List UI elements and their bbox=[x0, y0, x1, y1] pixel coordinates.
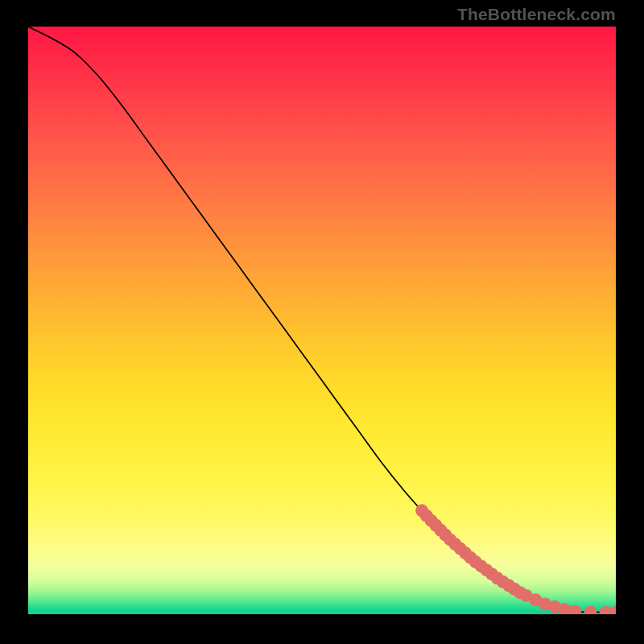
plot-area bbox=[28, 27, 616, 614]
highlight-dots bbox=[415, 504, 616, 614]
highlight-dot bbox=[584, 605, 597, 614]
attribution-label: TheBottleneck.com bbox=[457, 5, 616, 24]
curve-layer bbox=[28, 27, 616, 614]
highlight-dot bbox=[568, 605, 581, 614]
chart-frame: TheBottleneck.com bbox=[0, 0, 644, 644]
bottleneck-curve bbox=[28, 27, 616, 613]
highlight-dot bbox=[609, 606, 616, 614]
